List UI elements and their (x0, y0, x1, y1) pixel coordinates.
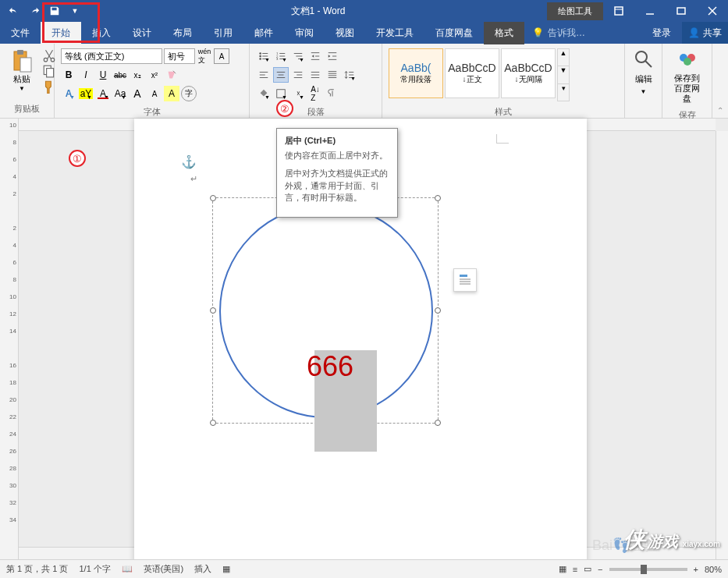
qat-customize[interactable]: ▼ (66, 2, 84, 20)
text-effects-button[interactable]: A▼ (61, 86, 76, 101)
view-web-button[interactable]: ▭ (584, 564, 591, 574)
align-right-button[interactable] (290, 67, 306, 83)
char-shading-button[interactable]: Aa▼ (112, 86, 128, 101)
underline-button[interactable]: U (95, 67, 111, 83)
font-size-select[interactable] (164, 48, 195, 64)
login-button[interactable]: 登录 (641, 22, 682, 44)
zoom-in-button[interactable]: + (694, 565, 698, 574)
tab-baidu[interactable]: 百度网盘 (424, 22, 484, 44)
italic-button[interactable]: I (78, 67, 94, 83)
collapse-ribbon-button[interactable]: ⌃ (712, 44, 728, 118)
layout-options-button[interactable] (453, 268, 477, 292)
zoom-level[interactable]: 80% (705, 565, 722, 574)
asian-layout-button[interactable]: ☓▼ (290, 86, 306, 101)
bullets-button[interactable]: ▼ (256, 48, 272, 64)
save-baidu-button[interactable]: 保存到 百度网盘 (666, 45, 708, 108)
style-item-nospacing[interactable]: AaBbCcD ↓无间隔 (501, 48, 556, 98)
undo-button[interactable] (5, 2, 23, 20)
style-item-normal[interactable]: AaBb( 常用段落 (389, 48, 443, 98)
justify-button[interactable] (307, 67, 323, 83)
line-spacing-button[interactable]: ▼ (342, 67, 357, 83)
char-border-button[interactable]: A (214, 48, 229, 64)
tab-developer[interactable]: 开发工具 (365, 22, 424, 44)
resize-handle-nw[interactable] (210, 195, 216, 201)
save-button[interactable] (45, 2, 64, 20)
ribbon-display-button[interactable] (603, 0, 634, 22)
resize-handle-w[interactable] (210, 307, 216, 314)
change-case-button[interactable]: A (164, 86, 179, 101)
style-scroll-down[interactable]: ▼ (558, 66, 569, 83)
zoom-slider[interactable] (609, 568, 687, 571)
close-button[interactable] (697, 0, 728, 22)
paste-button[interactable]: 粘贴 ▼ (3, 45, 41, 95)
view-print-button[interactable]: ≡ (573, 565, 577, 574)
enclose-char-button[interactable]: 字 (181, 86, 197, 101)
tab-home[interactable]: 开始 (41, 22, 81, 44)
decrease-indent-button[interactable] (307, 48, 323, 64)
shading-button[interactable]: ▼ (256, 86, 272, 101)
tell-me-search[interactable]: 💡告诉我… (524, 27, 593, 40)
resize-handle-ne[interactable] (435, 195, 441, 201)
increase-indent-button[interactable] (325, 48, 340, 64)
style-expand[interactable]: ▾ (558, 83, 569, 101)
tab-design[interactable]: 设计 (122, 22, 162, 44)
align-left-button[interactable] (256, 67, 272, 83)
svg-rect-58 (460, 275, 467, 277)
bold-button[interactable]: B (61, 67, 76, 83)
superscript-button[interactable]: x² (147, 67, 162, 83)
style-scroll-up[interactable]: ▲ (558, 49, 569, 66)
contextual-tab-label: 绘图工具 (547, 2, 603, 20)
share-button[interactable]: 👤共享 (682, 22, 728, 44)
tab-file[interactable]: 文件 (0, 22, 41, 44)
font-color-button[interactable]: A▼ (95, 86, 111, 101)
resize-handle-e[interactable] (435, 307, 441, 314)
tab-review[interactable]: 审阅 (284, 22, 325, 44)
sort-button[interactable]: A↓Z (307, 86, 323, 101)
svg-rect-7 (20, 58, 31, 72)
clear-formatting-button[interactable] (164, 67, 179, 83)
status-mode[interactable]: 插入 (194, 563, 211, 575)
save-cloud-group: 保存到 百度网盘 保存 (662, 44, 712, 118)
tab-references[interactable]: 引用 (203, 22, 243, 44)
vertical-scrollbar[interactable] (716, 131, 728, 559)
show-marks-button[interactable] (325, 86, 340, 101)
tab-view[interactable]: 视图 (325, 22, 365, 44)
tab-layout[interactable]: 布局 (162, 22, 203, 44)
anchor-icon[interactable]: ⚓ (181, 154, 197, 169)
status-words[interactable]: 1/1 个字 (79, 563, 110, 575)
maximize-button[interactable] (666, 0, 697, 22)
numbering-button[interactable]: 123▼ (273, 48, 289, 64)
multilevel-list-button[interactable]: ▼ (290, 48, 306, 64)
shape-text[interactable]: 666 (307, 350, 353, 383)
find-button[interactable]: 编辑 ▼ (627, 45, 661, 98)
tab-insert[interactable]: 插入 (81, 22, 122, 44)
tab-mailings[interactable]: 邮件 (243, 22, 284, 44)
shrink-font-button[interactable]: A (147, 86, 162, 101)
borders-button[interactable]: ▼ (273, 86, 289, 101)
style-gallery[interactable]: AaBb( 常用段落 AaBbCcD ↓正文 AaBbCcD ↓无间隔 ▲ ▼ … (389, 48, 570, 101)
phonetic-guide-button[interactable]: wén文 (197, 48, 212, 64)
status-spellcheck-icon[interactable]: 📖 (122, 564, 133, 574)
status-page[interactable]: 第 1 页，共 1 页 (6, 563, 68, 575)
edit-group: 编辑 ▼ (625, 44, 662, 118)
vertical-ruler[interactable]: 108642246810121416182022242628303234 (0, 119, 19, 559)
status-macro-icon[interactable]: ▦ (222, 564, 230, 574)
view-read-button[interactable]: ▦ (559, 564, 566, 574)
subscript-button[interactable]: x₂ (130, 67, 145, 83)
font-name-select[interactable] (61, 48, 162, 64)
grow-font-button[interactable]: A (130, 86, 145, 101)
distribute-button[interactable] (325, 67, 340, 83)
redo-button[interactable] (25, 2, 44, 20)
highlight-button[interactable]: aY▼ (78, 86, 94, 101)
zoom-out-button[interactable]: − (598, 565, 602, 574)
align-center-button[interactable] (273, 67, 289, 83)
shape-selection[interactable]: 666 (212, 197, 439, 424)
resize-handle-sw[interactable] (210, 420, 216, 426)
screentip-body2: 居中对齐为文档提供正式的外观，通常用于封面、引言，有时用于标题。 (285, 168, 389, 204)
tab-format[interactable]: 格式 (484, 22, 524, 44)
minimize-button[interactable] (634, 0, 666, 22)
status-language[interactable]: 英语(美国) (144, 563, 183, 575)
strikethrough-button[interactable]: abc (112, 67, 128, 83)
style-item-body[interactable]: AaBbCcD ↓正文 (445, 48, 499, 98)
resize-handle-se[interactable] (435, 420, 441, 426)
